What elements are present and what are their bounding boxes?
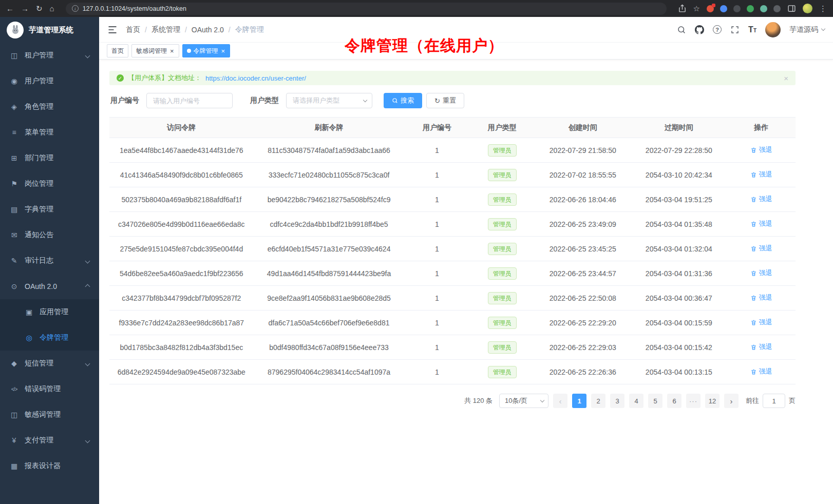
sidebar-item-audit-log[interactable]: ✎审计日志: [0, 248, 99, 274]
sidebar-item-sensitive-word[interactable]: ◫敏感词管理: [0, 402, 99, 428]
sidebar-item-dict[interactable]: ▤字典管理: [0, 197, 99, 222]
sidebar-toggle-icon[interactable]: [787, 4, 796, 13]
address-bar[interactable]: i 127.0.0.1:1024/system/oauth2/token: [66, 3, 667, 15]
alert-close-icon[interactable]: ×: [784, 74, 788, 83]
collapse-menu-icon[interactable]: [107, 25, 118, 35]
next-page-button[interactable]: ›: [724, 394, 739, 408]
tab-close-icon[interactable]: ×: [169, 48, 175, 54]
tab-sensitive-word[interactable]: 敏感词管理×: [131, 44, 179, 57]
sidebar-item-oauth2-client[interactable]: ▣应用管理: [0, 299, 99, 325]
sidebar-item-dept[interactable]: ⊞部门管理: [0, 145, 99, 171]
extension-teal[interactable]: [760, 5, 767, 12]
site-info-icon[interactable]: i: [72, 5, 79, 12]
user-menu[interactable]: 芋道源码: [789, 25, 825, 34]
force-logout-label: 强退: [759, 219, 772, 228]
sidebar-item-oauth2-token[interactable]: ◎令牌管理: [0, 325, 99, 351]
home-icon[interactable]: ⌂: [50, 5, 54, 12]
force-logout-button[interactable]: 强退: [750, 195, 772, 204]
extension-red[interactable]: [707, 5, 714, 12]
notice-icon: ✉: [10, 231, 18, 239]
force-logout-label: 强退: [759, 170, 772, 179]
forward-icon[interactable]: →: [21, 5, 29, 12]
force-logout-button[interactable]: 强退: [750, 342, 772, 352]
sidebar-item-error-code[interactable]: </>错误码管理: [0, 376, 99, 402]
user-type-select[interactable]: 请选择用户类型: [286, 93, 372, 108]
sidebar-item-tenant[interactable]: ◫租户管理: [0, 43, 99, 68]
tab-close-icon[interactable]: ×: [221, 48, 226, 54]
sidebar-item-label: 菜单管理: [25, 128, 53, 137]
created-time-cell: 2022-06-26 18:04:46: [535, 187, 631, 212]
page-button[interactable]: 6: [667, 394, 681, 408]
page-button[interactable]: 1: [572, 394, 586, 408]
page-button[interactable]: 2: [591, 394, 605, 408]
back-icon[interactable]: ←: [6, 5, 14, 12]
goto-page-input[interactable]: [763, 394, 785, 408]
force-logout-button[interactable]: 强退: [750, 145, 772, 154]
force-logout-button[interactable]: 强退: [750, 268, 772, 278]
fullscreen-icon[interactable]: [730, 25, 740, 34]
reload-icon[interactable]: ↻: [36, 5, 43, 12]
sidebar-item-menu[interactable]: ≡菜单管理: [0, 120, 99, 145]
force-logout-button[interactable]: 强退: [750, 318, 772, 327]
force-logout-button[interactable]: 强退: [750, 293, 772, 302]
sidebar-item-pay[interactable]: ¥支付管理: [0, 428, 99, 453]
sidebar-item-sms[interactable]: ◆短信管理: [0, 351, 99, 376]
force-logout-button[interactable]: 强退: [750, 170, 772, 179]
extension-blue[interactable]: [720, 5, 727, 12]
tab-token[interactable]: 令牌管理×: [182, 44, 231, 57]
github-icon[interactable]: [695, 25, 704, 34]
breadcrumb-separator: /: [229, 26, 231, 34]
created-time-cell: 2022-06-25 23:44:57: [535, 261, 631, 286]
force-logout-button[interactable]: 强退: [750, 244, 772, 253]
extension-green[interactable]: [747, 5, 754, 12]
role-icon: ◈: [10, 103, 18, 111]
search-button[interactable]: 搜索: [384, 93, 422, 108]
help-icon[interactable]: ?: [713, 25, 722, 34]
reset-button[interactable]: ↻ 重置: [426, 93, 464, 108]
sidebar-item-notice[interactable]: ✉通知公告: [0, 222, 99, 248]
page-button[interactable]: 5: [648, 394, 662, 408]
sidebar-item-report-designer[interactable]: ▦报表设计器: [0, 453, 99, 479]
column-header: 操作: [727, 118, 796, 138]
page-button[interactable]: 12: [705, 394, 720, 408]
prev-page-button[interactable]: ‹: [553, 394, 567, 408]
app-header: 首页/系统管理/OAuth 2.0/令牌管理 ? TT 芋道源码: [99, 17, 833, 43]
browser-menu-icon[interactable]: ⋮: [819, 5, 827, 12]
logo-rabbit-image: [7, 22, 24, 38]
breadcrumb-item[interactable]: 系统管理: [152, 25, 180, 34]
sidebar-item-label: 审计日志: [25, 256, 53, 265]
tab-home[interactable]: 首页: [107, 44, 128, 57]
breadcrumb-item[interactable]: 首页: [126, 25, 140, 34]
extension-gray[interactable]: [773, 5, 781, 12]
search-icon[interactable]: [677, 25, 686, 34]
sidebar-item-role[interactable]: ◈角色管理: [0, 94, 99, 120]
user-id-label: 用户编号: [110, 96, 139, 105]
chevron-down-icon: [85, 53, 90, 58]
sidebar-item-label: 支付管理: [25, 436, 53, 445]
user-id-input[interactable]: [146, 93, 233, 108]
force-logout-button[interactable]: 强退: [750, 219, 772, 228]
browser-profile-avatar[interactable]: [803, 4, 812, 13]
extension-dark[interactable]: [733, 5, 741, 12]
page-size-select[interactable]: 10条/页: [499, 394, 548, 408]
created-time-cell: 2022-06-25 22:50:08: [535, 286, 631, 311]
force-logout-button[interactable]: 强退: [750, 367, 772, 376]
user-avatar[interactable]: [765, 22, 781, 37]
goto-suffix: 页: [789, 396, 796, 405]
more-pages-button[interactable]: ···: [686, 394, 701, 408]
page-button[interactable]: 4: [629, 394, 643, 408]
doc-link[interactable]: https://doc.iocoder.cn/user-center/: [205, 74, 306, 82]
sidebar-item-post[interactable]: ⚑岗位管理: [0, 171, 99, 197]
page-button[interactable]: 3: [610, 394, 624, 408]
filter-bar: 用户编号 用户类型 请选择用户类型 搜索 ↻ 重置: [109, 92, 796, 109]
page-size-value: 10条/页: [505, 396, 527, 405]
sidebar-item-user[interactable]: ◉用户管理: [0, 68, 99, 94]
breadcrumb-item[interactable]: OAuth 2.0: [192, 26, 224, 34]
user-type-badge: 管理员: [488, 169, 517, 181]
share-icon[interactable]: [678, 4, 687, 13]
bookmark-star-icon[interactable]: ☆: [693, 5, 700, 12]
action-cell: 强退: [727, 360, 796, 384]
sidebar-item-oauth2[interactable]: ⊙OAuth 2.0: [0, 274, 99, 299]
app-logo[interactable]: 芋道管理系统: [0, 17, 99, 43]
font-size-icon[interactable]: TT: [748, 26, 756, 34]
